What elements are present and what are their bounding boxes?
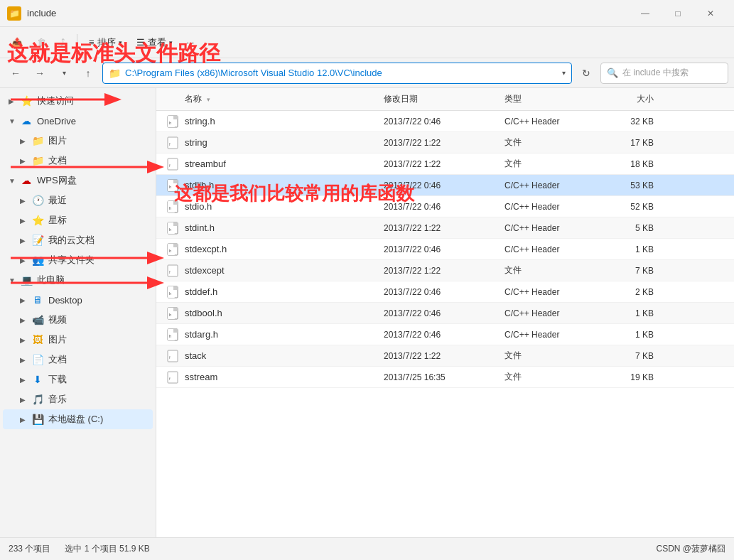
file-type-icon: h bbox=[166, 307, 179, 320]
file-date: 2013/7/22 0:46 bbox=[384, 308, 504, 318]
file-icon-cell: h stdint.h bbox=[156, 222, 384, 235]
close-button[interactable]: ✕ bbox=[694, 0, 727, 27]
window-title: include bbox=[27, 8, 629, 18]
sidebar-item-starred[interactable]: ▶ ⭐ 星标 bbox=[3, 210, 153, 230]
file-name: streambuf bbox=[185, 158, 226, 169]
table-row[interactable]: h stdint.h 2013/7/22 1:22 C/C++ Header 5… bbox=[156, 217, 734, 239]
expand-icon: ▶ bbox=[20, 296, 30, 304]
address-input-wrap[interactable]: 📁 C:\Program Files (x86)\Microsoft Visua… bbox=[102, 63, 572, 84]
file-type-icon: f bbox=[166, 264, 179, 277]
address-bar: ← → ▾ ↑ 📁 C:\Program Files (x86)\Microso… bbox=[0, 58, 734, 88]
sidebar-label: 星标 bbox=[48, 214, 67, 227]
view-button[interactable]: ☰ 查看 ▾ bbox=[131, 31, 178, 54]
sidebar-item-videos[interactable]: ▶ 📹 视频 bbox=[3, 310, 153, 330]
minimize-button[interactable]: — bbox=[629, 0, 662, 27]
table-row[interactable]: f streambuf 2013/7/22 1:22 文件 18 KB bbox=[156, 154, 734, 175]
col-name-header: 名称 ▾ bbox=[156, 93, 384, 105]
toolbar: 📤 🗑 ⤴ ≡ 排序 ▾ ☰ 查看 ▾ ··· bbox=[0, 27, 734, 58]
sidebar-item-mydocs[interactable]: ▶ 📄 文档 bbox=[3, 350, 153, 370]
file-size: 1 KB bbox=[611, 308, 668, 318]
file-type: C/C++ Header bbox=[504, 117, 611, 126]
sidebar-item-localdisk[interactable]: ▶ 💾 本地磁盘 (C:) bbox=[3, 409, 153, 429]
sidebar-label: 快速访问 bbox=[37, 95, 74, 107]
sort-button[interactable]: ≡ 排序 ▾ bbox=[83, 31, 128, 54]
table-row[interactable]: f sstream 2013/7/25 16:35 文件 19 KB bbox=[156, 367, 734, 388]
refresh-button[interactable]: ↻ bbox=[576, 63, 596, 83]
file-icon-cell: h string.h bbox=[156, 115, 384, 128]
file-type: C/C++ Header bbox=[504, 244, 611, 254]
file-date: 2013/7/22 0:46 bbox=[384, 181, 504, 190]
share-button[interactable]: 📤 bbox=[6, 31, 28, 54]
sort-dropdown-icon: ▾ bbox=[119, 39, 122, 46]
sidebar-item-mycloud[interactable]: ▶ 📝 我的云文档 bbox=[3, 230, 153, 250]
file-list-header: 名称 ▾ 修改日期 类型 大小 bbox=[156, 88, 734, 111]
sidebar-item-mypics[interactable]: ▶ 🖼 图片 bbox=[3, 330, 153, 350]
file-name: stdexcpt.h bbox=[185, 244, 227, 254]
sidebar-item-music[interactable]: ▶ 🎵 音乐 bbox=[3, 389, 153, 409]
table-row[interactable]: h stdexcpt.h 2013/7/22 0:46 C/C++ Header… bbox=[156, 239, 734, 260]
title-bar: 📁 include — □ ✕ bbox=[0, 0, 734, 27]
svg-rect-32 bbox=[173, 308, 178, 311]
sidebar-label: OneDrive bbox=[37, 116, 76, 126]
file-type-icon: f bbox=[166, 158, 179, 171]
sidebar-item-thispc[interactable]: ▼ 💻 此电脑 bbox=[3, 270, 153, 290]
file-type-icon: h bbox=[166, 243, 179, 256]
separator-1 bbox=[77, 34, 77, 51]
delete-button[interactable]: 🗑 bbox=[31, 31, 52, 54]
maximize-button[interactable]: □ bbox=[662, 0, 694, 27]
move-button[interactable]: ⤴ bbox=[55, 31, 71, 54]
more-button[interactable]: ··· bbox=[181, 31, 200, 54]
share-icon: 📤 bbox=[11, 37, 23, 48]
col-type-header: 类型 bbox=[504, 93, 611, 105]
table-row[interactable]: h stddef.h 2013/7/22 0:46 C/C++ Header 2… bbox=[156, 281, 734, 303]
table-row[interactable]: h stdlib.h 2013/7/22 0:46 C/C++ Header 5… bbox=[156, 175, 734, 196]
search-box[interactable]: 🔍 在 include 中搜索 bbox=[600, 63, 728, 84]
view-dropdown-icon: ▾ bbox=[169, 39, 173, 46]
file-name: stdexcept bbox=[185, 265, 225, 276]
recent-button[interactable]: ▾ bbox=[54, 63, 74, 83]
sidebar-item-quick-access[interactable]: ▶ ⭐ 快速访问 bbox=[3, 91, 153, 111]
file-type-icon: h bbox=[166, 115, 179, 128]
sidebar-item-wps[interactable]: ▼ ☁ WPS网盘 bbox=[3, 171, 153, 190]
table-row[interactable]: f string 2013/7/22 1:22 文件 17 KB bbox=[156, 132, 734, 154]
sidebar-item-pictures[interactable]: ▶ 📁 图片 bbox=[3, 131, 153, 151]
table-row[interactable]: h string.h 2013/7/22 0:46 C/C++ Header 3… bbox=[156, 111, 734, 132]
sidebar-item-downloads[interactable]: ▶ ⬇ 下载 bbox=[3, 370, 153, 389]
file-type: C/C++ Header bbox=[504, 181, 611, 190]
sidebar-label: 图片 bbox=[48, 134, 67, 147]
forward-button[interactable]: → bbox=[30, 63, 50, 83]
sidebar-item-documents[interactable]: ▶ 📁 文档 bbox=[3, 151, 153, 171]
sidebar-item-recent[interactable]: ▶ 🕐 最近 bbox=[3, 190, 153, 210]
file-name: sstream bbox=[185, 372, 217, 382]
table-row[interactable]: f stdexcept 2013/7/22 1:22 文件 7 KB bbox=[156, 260, 734, 281]
status-bar: 233 个项目 选中 1 个项目 51.9 KB CSDN @菠萝橘囧 bbox=[0, 537, 734, 560]
expand-icon: ▶ bbox=[20, 376, 30, 384]
table-row[interactable]: h stdio.h 2013/7/22 0:46 C/C++ Header 52… bbox=[156, 196, 734, 217]
file-type: C/C++ Header bbox=[504, 202, 611, 212]
sidebar-item-desktop[interactable]: ▶ 🖥 Desktop bbox=[3, 290, 153, 310]
status-selected: 选中 1 个项目 51.9 KB bbox=[65, 543, 149, 555]
table-row[interactable]: f stack 2013/7/22 1:22 文件 7 KB bbox=[156, 345, 734, 367]
svg-rect-28 bbox=[173, 286, 178, 290]
table-row[interactable]: h stdbool.h 2013/7/22 0:46 C/C++ Header … bbox=[156, 303, 734, 324]
file-type-icon: f bbox=[166, 136, 179, 149]
file-type: C/C++ Header bbox=[504, 308, 611, 318]
svg-text:h: h bbox=[169, 185, 171, 189]
desktop-icon: 🖥 bbox=[31, 294, 44, 306]
cloud-doc-icon: 📝 bbox=[31, 234, 44, 247]
video-icon: 📹 bbox=[31, 313, 44, 326]
expand-icon: ▼ bbox=[9, 117, 18, 125]
file-name: stack bbox=[185, 350, 206, 361]
sidebar-item-shared[interactable]: ▶ 👥 共享文件夹 bbox=[3, 250, 153, 270]
file-size: 1 KB bbox=[611, 330, 668, 340]
sidebar-item-onedrive[interactable]: ▼ ☁ OneDrive bbox=[3, 111, 153, 131]
table-row[interactable]: h stdarg.h 2013/7/22 0:46 C/C++ Header 1… bbox=[156, 324, 734, 345]
sidebar: ▶ ⭐ 快速访问 ▼ ☁ OneDrive ▶ 📁 图片 ▶ 📁 文档 ▼ ☁ … bbox=[0, 88, 156, 537]
back-button[interactable]: ← bbox=[6, 63, 26, 83]
up-button[interactable]: ↑ bbox=[78, 63, 98, 83]
file-date: 2013/7/22 1:22 bbox=[384, 266, 504, 276]
file-type: 文件 bbox=[504, 158, 611, 170]
window-controls: — □ ✕ bbox=[629, 0, 727, 27]
sidebar-label: 视频 bbox=[48, 313, 67, 326]
file-date: 2013/7/22 1:22 bbox=[384, 159, 504, 169]
